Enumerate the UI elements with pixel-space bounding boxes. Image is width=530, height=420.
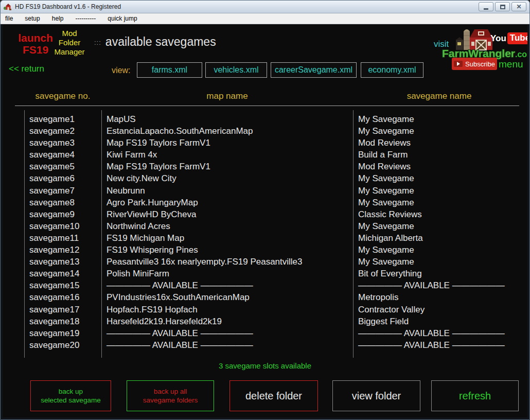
map-name-cell: Harsefeld2k19.Harsefeld2k19: [107, 316, 222, 327]
map-name-cell: Kiwi Farm 4x: [107, 149, 157, 161]
backup-selected-savegame-button[interactable]: back up selected savegame: [30, 380, 111, 411]
refresh-button[interactable]: refresh: [431, 380, 519, 411]
maximize-button[interactable]: [495, 2, 510, 11]
savegame-no-cell: savegame5: [29, 161, 75, 172]
table-row[interactable]: savegame7 Neubrunn My Savegame: [3, 185, 525, 197]
page-title: :::available savegames: [94, 35, 216, 49]
mod-folder-manager-button[interactable]: Mod Folder Manager: [49, 29, 90, 57]
savegame-name-cell: ————— AVAILABLE ——————: [358, 339, 505, 351]
savegame-no-cell: savegame4: [29, 149, 75, 161]
savegame-no-cell: savegame10: [29, 220, 79, 232]
savegame-no-cell: savegame13: [29, 256, 79, 268]
menu-item-file[interactable]: file: [5, 15, 13, 22]
menu-separator: ----------: [75, 15, 96, 22]
map-name-cell: ————— AVAILABLE ——————: [107, 327, 253, 339]
savegame-name-cell: My Savegame: [358, 113, 414, 125]
delete-folder-button[interactable]: delete folder: [229, 380, 318, 411]
savegame-name-cell: My Savegame: [358, 244, 414, 256]
backup-selected-line2: selected savegame: [41, 396, 100, 405]
map-name-cell: ————— AVAILABLE ——————: [107, 279, 253, 291]
map-name-cell: FS19 Whispering Pines: [107, 244, 198, 256]
menu-item-quick-jump[interactable]: quick jump: [108, 15, 137, 22]
close-icon: ✕: [516, 4, 521, 10]
mod-folder-line2: Folder: [49, 38, 90, 47]
table-row[interactable]: savegame12 FS19 Whispering Pines My Save…: [3, 244, 525, 256]
savegame-no-cell: savegame2: [29, 125, 75, 137]
mod-folder-line3: Manager: [49, 47, 90, 57]
page-title-text: available savegames: [105, 35, 216, 48]
savegame-no-cell: savegame15: [29, 279, 79, 291]
menu-item-setup[interactable]: setup: [25, 15, 40, 22]
savegame-name-cell: Classic Reviews: [358, 208, 422, 220]
backup-all-line2: savegame folders: [143, 396, 198, 405]
savegame-name-cell: My Savegame: [358, 197, 414, 208]
table-row[interactable]: savegame20 ————— AVAILABLE —————— ————— …: [3, 339, 525, 351]
savegame-no-cell: savegame18: [29, 316, 79, 327]
savegame-name-cell: My Savegame: [358, 125, 414, 137]
savegame-no-cell: savegame8: [29, 197, 75, 208]
table-row[interactable]: savegame2 EstanciaLapacho.SouthAmericanM…: [3, 125, 525, 137]
savegame-no-cell: savegame17: [29, 304, 79, 316]
table-row[interactable]: savegame18 Harsefeld2k19.Harsefeld2k19 B…: [3, 316, 525, 327]
map-name-cell: MapUS: [107, 113, 136, 125]
savegame-name-cell: My Savegame: [358, 185, 414, 197]
minimize-button[interactable]: [479, 2, 493, 11]
table-row[interactable]: savegame8 Agro Park.HungaryMap My Savega…: [3, 197, 525, 208]
app-window: HD FS19 Dashboard v1.6 - Registered ✕ fi…: [0, 0, 530, 420]
table-row[interactable]: savegame15 ————— AVAILABLE —————— ————— …: [3, 279, 525, 291]
table-row[interactable]: savegame4 Kiwi Farm 4x Build a Farm: [3, 149, 525, 161]
titlebar[interactable]: HD FS19 Dashboard v1.6 - Registered ✕: [1, 1, 529, 13]
backup-all-savegame-folders-button[interactable]: back up all savegame folders: [127, 380, 214, 411]
map-name-cell: RiverViewHD ByCheva: [107, 208, 196, 220]
savegame-name-cell: ————— AVAILABLE ——————: [358, 327, 505, 339]
menubar: file setup help ---------- quick jump: [1, 13, 529, 24]
close-button[interactable]: ✕: [511, 2, 526, 11]
return-link[interactable]: << return: [9, 64, 44, 74]
map-name-cell: Map FS19 Taylors FarmV1: [107, 137, 210, 149]
table-row[interactable]: savegame17 Hopfach.FS19 Hopfach Contract…: [3, 304, 525, 316]
table-row[interactable]: savegame14 Polish MiniFarm Bit of Everyt…: [3, 268, 525, 279]
savegame-no-cell: savegame12: [29, 244, 79, 256]
table-row[interactable]: savegame11 FS19 Michigan Map Michigan Al…: [3, 232, 525, 244]
savegame-no-cell: savegame6: [29, 172, 75, 184]
map-name-cell: Northwind Acres: [107, 220, 170, 232]
savegame-name-cell: ————— AVAILABLE ——————: [358, 279, 505, 291]
table-row[interactable]: savegame6 New city.New City My Savegame: [3, 172, 525, 184]
table-row[interactable]: savegame19 ————— AVAILABLE —————— ————— …: [3, 327, 525, 339]
subscribe-button[interactable]: Subscribe: [452, 58, 497, 70]
view-vehicles-xml-button[interactable]: vehicles.xml: [205, 62, 267, 78]
minimize-icon: [484, 8, 488, 10]
menu-link[interactable]: menu: [499, 59, 523, 70]
map-name-cell: FS19 Michigan Map: [107, 232, 184, 244]
map-name-cell: Map FS19 Taylors FarmV1: [107, 161, 210, 172]
menu-item-help[interactable]: help: [52, 15, 64, 22]
view-farms-xml-button[interactable]: farms.xml: [137, 62, 202, 78]
view-careersavegame-xml-button[interactable]: careerSavegame.xml: [271, 62, 357, 78]
savegame-name-cell: Mod Reviews: [358, 137, 411, 149]
youtube-tube-badge: Tube: [507, 32, 527, 44]
youtube-play-icon: [454, 61, 463, 67]
savegame-name-cell: My Savegame: [358, 172, 414, 184]
view-folder-button[interactable]: view folder: [332, 380, 420, 411]
table-row[interactable]: savegame3 Map FS19 Taylors FarmV1 Mod Re…: [3, 137, 525, 149]
column-header-savegame-name: savegame name: [353, 91, 525, 101]
savegame-name-cell: My Savegame: [358, 256, 414, 268]
savegame-name-cell: Build a Farm: [358, 149, 408, 161]
window-title: HD FS19 Dashboard v1.6 - Registered: [15, 3, 477, 10]
savegame-no-cell: savegame7: [29, 185, 75, 197]
column-header-savegame-no: savegame no.: [24, 91, 101, 101]
map-name-cell: Peasantville3 16x nearlyempty.FS19 Peasa…: [107, 256, 303, 268]
table-row[interactable]: savegame13 Peasantville3 16x nearlyempty…: [3, 256, 525, 268]
table-row[interactable]: savegame1 MapUS My Savegame: [3, 113, 525, 125]
main-content: launch FS19 Mod Folder Manager :::availa…: [3, 25, 527, 417]
savegame-no-cell: savegame9: [29, 208, 75, 220]
table-row[interactable]: savegame9 RiverViewHD ByCheva Classic Re…: [3, 208, 525, 220]
table-row[interactable]: savegame5 Map FS19 Taylors FarmV1 Mod Re…: [3, 161, 525, 172]
youtube-logo[interactable]: You Tube: [490, 32, 527, 44]
savegame-no-cell: savegame11: [29, 232, 79, 244]
view-economy-xml-button[interactable]: economy.xml: [361, 62, 423, 78]
table-row[interactable]: savegame16 PVIndustries16x.SouthAmerican…: [3, 291, 525, 303]
subscribe-label: Subscribe: [465, 60, 495, 68]
backup-all-line1: back up all: [154, 387, 187, 396]
table-row[interactable]: savegame10 Northwind Acres My Savegame: [3, 220, 525, 232]
